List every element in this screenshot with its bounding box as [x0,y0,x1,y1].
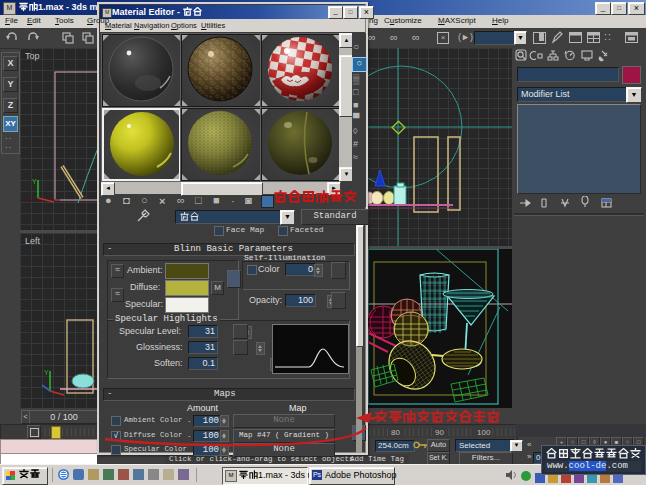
svg-text:Y: Y [44,369,49,376]
svg-text:Y: Y [32,178,37,185]
